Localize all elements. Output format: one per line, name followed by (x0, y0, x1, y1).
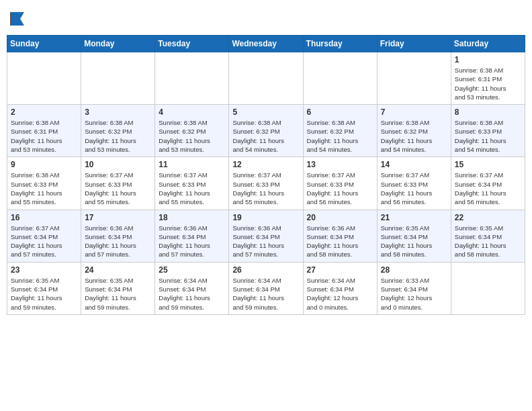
calendar-cell: 17Sunrise: 6:36 AM Sunset: 6:34 PM Dayli… (81, 210, 155, 262)
calendar-cell: 16Sunrise: 6:37 AM Sunset: 6:34 PM Dayli… (7, 210, 81, 262)
day-number: 10 (85, 160, 151, 169)
day-info: Sunrise: 6:36 AM Sunset: 6:34 PM Dayligh… (159, 224, 225, 259)
day-number: 19 (232, 213, 299, 222)
calendar-table: SundayMondayTuesdayWednesdayThursdayFrid… (7, 35, 525, 315)
calendar-cell: 10Sunrise: 6:37 AM Sunset: 6:33 PM Dayli… (81, 157, 155, 210)
day-number: 24 (85, 265, 151, 275)
day-info: Sunrise: 6:34 AM Sunset: 6:34 PM Dayligh… (232, 276, 299, 312)
calendar-cell: 19Sunrise: 6:36 AM Sunset: 6:34 PM Dayli… (229, 210, 303, 262)
logo-icon (8, 9, 27, 28)
day-number: 25 (159, 265, 225, 275)
day-number: 17 (85, 213, 151, 222)
calendar-cell (155, 52, 229, 105)
calendar-cell: 18Sunrise: 6:36 AM Sunset: 6:34 PM Dayli… (155, 210, 229, 262)
day-number: 9 (11, 160, 77, 169)
calendar-cell: 20Sunrise: 6:36 AM Sunset: 6:34 PM Dayli… (303, 210, 377, 262)
weekday-header-sunday: Sunday (7, 36, 81, 52)
logo (7, 9, 27, 31)
calendar-week-row: 2Sunrise: 6:38 AM Sunset: 6:31 PM Daylig… (7, 105, 525, 157)
day-info: Sunrise: 6:37 AM Sunset: 6:34 PM Dayligh… (455, 171, 521, 206)
day-number: 8 (455, 107, 521, 117)
day-number: 26 (232, 265, 299, 275)
calendar-header-row: SundayMondayTuesdayWednesdayThursdayFrid… (7, 36, 525, 52)
day-info: Sunrise: 6:37 AM Sunset: 6:33 PM Dayligh… (307, 171, 373, 206)
day-info: Sunrise: 6:38 AM Sunset: 6:32 PM Dayligh… (381, 118, 447, 154)
day-number: 23 (11, 265, 77, 275)
weekday-header-friday: Friday (377, 36, 451, 52)
day-number: 18 (159, 213, 225, 222)
calendar-cell: 24Sunrise: 6:35 AM Sunset: 6:34 PM Dayli… (81, 262, 155, 314)
calendar-cell: 14Sunrise: 6:37 AM Sunset: 6:33 PM Dayli… (377, 157, 451, 210)
calendar-cell: 7Sunrise: 6:38 AM Sunset: 6:32 PM Daylig… (377, 105, 451, 157)
day-number: 7 (381, 107, 447, 117)
day-number: 21 (381, 213, 447, 222)
calendar-cell: 5Sunrise: 6:38 AM Sunset: 6:32 PM Daylig… (229, 105, 303, 157)
calendar-week-row: 9Sunrise: 6:38 AM Sunset: 6:33 PM Daylig… (7, 157, 525, 210)
day-number: 16 (11, 213, 77, 222)
calendar-cell: 23Sunrise: 6:35 AM Sunset: 6:34 PM Dayli… (7, 262, 81, 314)
calendar-cell: 15Sunrise: 6:37 AM Sunset: 6:34 PM Dayli… (451, 157, 525, 210)
weekday-header-tuesday: Tuesday (155, 36, 229, 52)
day-number: 1 (455, 55, 521, 64)
calendar-cell (81, 52, 155, 105)
day-info: Sunrise: 6:37 AM Sunset: 6:33 PM Dayligh… (381, 171, 447, 206)
weekday-header-wednesday: Wednesday (229, 36, 303, 52)
calendar-cell: 21Sunrise: 6:35 AM Sunset: 6:34 PM Dayli… (377, 210, 451, 262)
day-info: Sunrise: 6:35 AM Sunset: 6:34 PM Dayligh… (85, 276, 151, 312)
day-info: Sunrise: 6:38 AM Sunset: 6:32 PM Dayligh… (159, 118, 225, 154)
calendar-cell: 4Sunrise: 6:38 AM Sunset: 6:32 PM Daylig… (155, 105, 229, 157)
calendar-cell (377, 52, 451, 105)
weekday-header-thursday: Thursday (303, 36, 377, 52)
calendar-cell: 2Sunrise: 6:38 AM Sunset: 6:31 PM Daylig… (7, 105, 81, 157)
day-info: Sunrise: 6:38 AM Sunset: 6:32 PM Dayligh… (307, 118, 373, 154)
day-info: Sunrise: 6:37 AM Sunset: 6:33 PM Dayligh… (85, 171, 151, 206)
day-number: 12 (232, 160, 299, 169)
day-info: Sunrise: 6:38 AM Sunset: 6:33 PM Dayligh… (11, 171, 77, 206)
day-info: Sunrise: 6:38 AM Sunset: 6:33 PM Dayligh… (455, 118, 521, 154)
day-info: Sunrise: 6:35 AM Sunset: 6:34 PM Dayligh… (381, 224, 447, 259)
calendar-cell (303, 52, 377, 105)
calendar-cell: 22Sunrise: 6:35 AM Sunset: 6:34 PM Dayli… (451, 210, 525, 262)
calendar-cell: 28Sunrise: 6:33 AM Sunset: 6:34 PM Dayli… (377, 262, 451, 314)
day-info: Sunrise: 6:38 AM Sunset: 6:31 PM Dayligh… (11, 118, 77, 154)
day-info: Sunrise: 6:33 AM Sunset: 6:34 PM Dayligh… (381, 276, 447, 312)
day-number: 15 (455, 160, 521, 169)
calendar-cell: 3Sunrise: 6:38 AM Sunset: 6:32 PM Daylig… (81, 105, 155, 157)
svg-rect-2 (10, 12, 11, 26)
day-info: Sunrise: 6:36 AM Sunset: 6:34 PM Dayligh… (307, 224, 373, 259)
page-header (7, 7, 525, 31)
calendar-cell: 11Sunrise: 6:37 AM Sunset: 6:33 PM Dayli… (155, 157, 229, 210)
day-info: Sunrise: 6:37 AM Sunset: 6:33 PM Dayligh… (159, 171, 225, 206)
day-info: Sunrise: 6:35 AM Sunset: 6:34 PM Dayligh… (455, 224, 521, 259)
day-info: Sunrise: 6:38 AM Sunset: 6:31 PM Dayligh… (455, 66, 521, 101)
day-info: Sunrise: 6:37 AM Sunset: 6:33 PM Dayligh… (232, 171, 299, 206)
weekday-header-monday: Monday (81, 36, 155, 52)
day-number: 14 (381, 160, 447, 169)
day-number: 28 (381, 265, 447, 275)
day-info: Sunrise: 6:38 AM Sunset: 6:32 PM Dayligh… (85, 118, 151, 154)
day-number: 2 (11, 107, 77, 117)
calendar-week-row: 1Sunrise: 6:38 AM Sunset: 6:31 PM Daylig… (7, 52, 525, 105)
weekday-header-saturday: Saturday (451, 36, 525, 52)
day-number: 3 (85, 107, 151, 117)
day-info: Sunrise: 6:36 AM Sunset: 6:34 PM Dayligh… (85, 224, 151, 259)
calendar-cell: 13Sunrise: 6:37 AM Sunset: 6:33 PM Dayli… (303, 157, 377, 210)
day-number: 27 (307, 265, 373, 275)
day-info: Sunrise: 6:35 AM Sunset: 6:34 PM Dayligh… (11, 276, 77, 312)
calendar-cell (451, 262, 525, 314)
day-info: Sunrise: 6:34 AM Sunset: 6:34 PM Dayligh… (307, 276, 373, 312)
calendar-cell: 9Sunrise: 6:38 AM Sunset: 6:33 PM Daylig… (7, 157, 81, 210)
calendar-cell (7, 52, 81, 105)
calendar-cell: 12Sunrise: 6:37 AM Sunset: 6:33 PM Dayli… (229, 157, 303, 210)
calendar-cell: 26Sunrise: 6:34 AM Sunset: 6:34 PM Dayli… (229, 262, 303, 314)
day-info: Sunrise: 6:36 AM Sunset: 6:34 PM Dayligh… (232, 224, 299, 259)
calendar-cell: 6Sunrise: 6:38 AM Sunset: 6:32 PM Daylig… (303, 105, 377, 157)
day-info: Sunrise: 6:37 AM Sunset: 6:34 PM Dayligh… (11, 224, 77, 259)
calendar-cell: 25Sunrise: 6:34 AM Sunset: 6:34 PM Dayli… (155, 262, 229, 314)
calendar-cell: 1Sunrise: 6:38 AM Sunset: 6:31 PM Daylig… (451, 52, 525, 105)
day-number: 5 (232, 107, 299, 117)
calendar-cell: 8Sunrise: 6:38 AM Sunset: 6:33 PM Daylig… (451, 105, 525, 157)
calendar-cell: 27Sunrise: 6:34 AM Sunset: 6:34 PM Dayli… (303, 262, 377, 314)
day-number: 20 (307, 213, 373, 222)
day-info: Sunrise: 6:34 AM Sunset: 6:34 PM Dayligh… (159, 276, 225, 312)
